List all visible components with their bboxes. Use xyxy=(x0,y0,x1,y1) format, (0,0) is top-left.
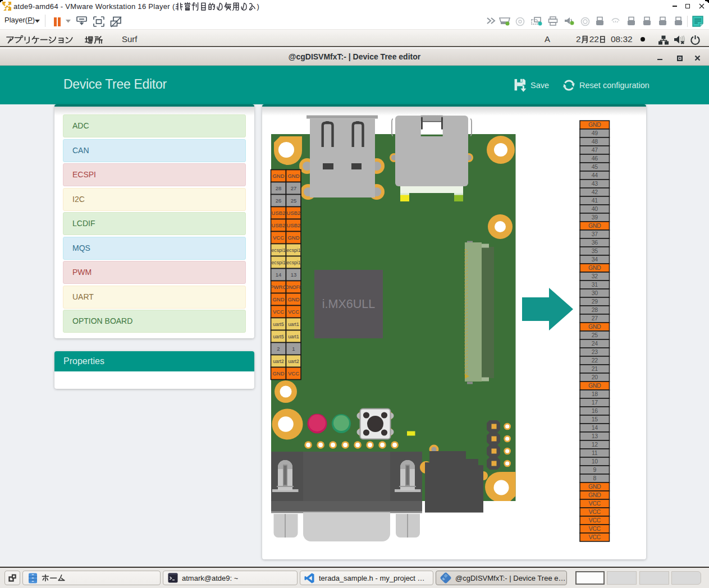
svg-text:VCC: VCC xyxy=(589,500,601,507)
svg-text:GND: GND xyxy=(272,296,284,302)
svg-text:18: 18 xyxy=(592,391,598,397)
svg-text:GND: GND xyxy=(588,264,601,271)
svg-text:PWRO: PWRO xyxy=(270,284,287,290)
svg-text:VCC: VCC xyxy=(589,508,601,515)
svg-text:ecspi1: ecspi1 xyxy=(287,260,301,265)
svg-text:USB2: USB2 xyxy=(287,222,301,228)
svg-text:21: 21 xyxy=(592,365,598,372)
svg-text:ONOFF: ONOFF xyxy=(285,284,302,290)
svg-text:22: 22 xyxy=(592,357,598,364)
svg-text:GND: GND xyxy=(272,173,284,179)
svg-text:i.MX6ULL: i.MX6ULL xyxy=(322,297,375,311)
svg-text:GND: GND xyxy=(588,382,601,389)
svg-text:9: 9 xyxy=(593,466,596,473)
svg-text:41: 41 xyxy=(592,197,598,204)
svg-text:11: 11 xyxy=(592,449,598,456)
svg-text:ecspi1: ecspi1 xyxy=(272,247,286,253)
svg-text:24: 24 xyxy=(592,340,598,347)
svg-text:ecspi1: ecspi1 xyxy=(287,247,301,253)
svg-text:23: 23 xyxy=(592,348,598,355)
svg-text:10: 10 xyxy=(592,458,598,465)
svg-text:31: 31 xyxy=(592,281,598,288)
svg-text:GND: GND xyxy=(287,296,299,302)
svg-text:12: 12 xyxy=(592,441,598,448)
svg-text:USB2: USB2 xyxy=(272,222,286,228)
svg-text:uart2: uart2 xyxy=(273,359,284,364)
svg-text:USB2: USB2 xyxy=(272,210,286,216)
svg-text:32: 32 xyxy=(592,273,598,279)
svg-text:VCC: VCC xyxy=(273,309,284,315)
svg-text:14: 14 xyxy=(276,272,282,278)
svg-text:48: 48 xyxy=(592,138,598,145)
svg-text:VCC: VCC xyxy=(288,309,299,315)
svg-text:1: 1 xyxy=(292,346,295,352)
svg-text:8: 8 xyxy=(593,475,596,481)
svg-text:14: 14 xyxy=(592,424,598,431)
svg-text:VCC: VCC xyxy=(589,534,601,540)
svg-text:GND: GND xyxy=(287,173,299,179)
svg-text:25: 25 xyxy=(291,197,297,204)
svg-text:27: 27 xyxy=(291,185,297,191)
svg-text:VCC: VCC xyxy=(273,235,284,241)
svg-text:GND: GND xyxy=(272,370,284,376)
svg-text:GND: GND xyxy=(588,222,601,229)
svg-text:2: 2 xyxy=(277,346,280,352)
svg-text:GND: GND xyxy=(287,235,299,241)
svg-text:13: 13 xyxy=(592,433,598,439)
svg-text:36: 36 xyxy=(592,239,598,246)
svg-text:30: 30 xyxy=(592,290,598,296)
svg-text:35: 35 xyxy=(592,247,598,254)
svg-text:13: 13 xyxy=(291,272,297,278)
svg-text:40: 40 xyxy=(592,205,598,212)
svg-text:44: 44 xyxy=(592,172,598,178)
svg-text:uart1: uart1 xyxy=(288,321,299,327)
svg-text:43: 43 xyxy=(592,180,598,187)
svg-text:VCC: VCC xyxy=(589,517,601,523)
svg-text:25: 25 xyxy=(592,332,598,338)
svg-text:uart1: uart1 xyxy=(288,334,299,339)
svg-text:26: 26 xyxy=(276,197,282,204)
svg-text:42: 42 xyxy=(592,189,598,195)
svg-text:47: 47 xyxy=(592,146,598,153)
svg-text:46: 46 xyxy=(592,155,598,162)
svg-text:49: 49 xyxy=(592,130,598,136)
svg-text:27: 27 xyxy=(592,315,598,321)
svg-text:15: 15 xyxy=(592,416,598,422)
svg-text:VCC: VCC xyxy=(589,525,601,532)
svg-text:29: 29 xyxy=(592,298,598,305)
svg-text:GND: GND xyxy=(588,121,601,128)
svg-text:20: 20 xyxy=(592,374,598,380)
svg-text:GND: GND xyxy=(588,491,601,498)
svg-text:uart5: uart5 xyxy=(273,334,284,339)
svg-text:uart5: uart5 xyxy=(273,321,284,327)
svg-text:28: 28 xyxy=(276,185,282,191)
svg-text:ecspi1: ecspi1 xyxy=(272,260,286,265)
svg-text:37: 37 xyxy=(592,231,598,237)
svg-text:28: 28 xyxy=(592,306,598,313)
svg-text:USB2: USB2 xyxy=(287,210,301,216)
svg-text:uart2: uart2 xyxy=(288,359,299,364)
svg-text:17: 17 xyxy=(592,399,598,406)
svg-text:39: 39 xyxy=(592,214,598,220)
svg-text:45: 45 xyxy=(592,163,598,170)
svg-text:34: 34 xyxy=(592,256,598,263)
svg-text:16: 16 xyxy=(592,407,598,414)
svg-text:VCC: VCC xyxy=(288,370,299,376)
svg-text:GND: GND xyxy=(588,483,601,490)
svg-text:GND: GND xyxy=(588,323,601,330)
